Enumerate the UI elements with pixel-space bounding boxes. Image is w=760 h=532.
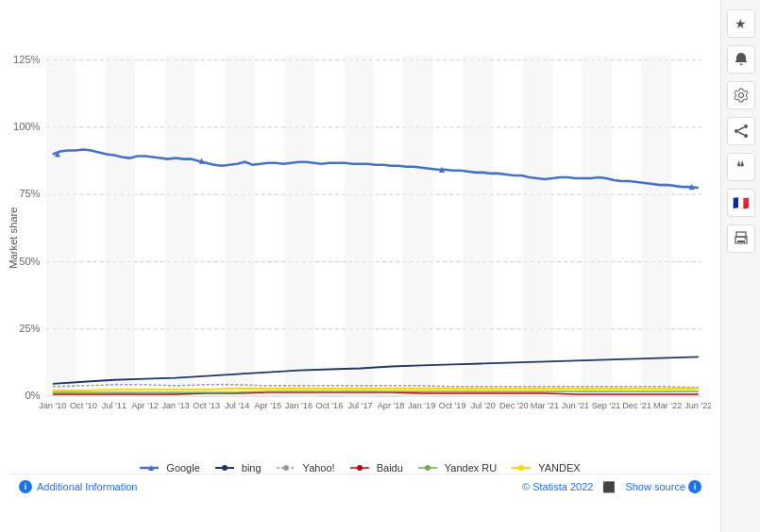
legend-yandex-label: YANDEX	[538, 462, 580, 474]
x-label-21: Jun '22	[684, 401, 711, 410]
sidebar: ★ ❝ 🇫🇷	[720, 0, 760, 532]
svg-point-21	[744, 238, 746, 240]
svg-rect-19	[736, 232, 746, 237]
svg-point-5	[222, 465, 228, 471]
y-label-100: 100%	[13, 121, 41, 132]
x-label-8: Jan '16	[285, 401, 312, 410]
svg-rect-20	[737, 241, 745, 242]
band-9	[583, 56, 613, 397]
bell-icon	[734, 52, 749, 67]
y-label-125: 125%	[13, 54, 41, 65]
bing-legend-icon	[215, 462, 238, 474]
svg-point-15	[735, 129, 738, 133]
info-icon: i	[19, 480, 32, 493]
gear-icon	[734, 88, 749, 103]
legend-baidu: Baidu	[350, 462, 403, 474]
quote-button[interactable]: ❝	[727, 153, 755, 181]
legend-google: Google	[140, 462, 199, 474]
x-label-14: Jul '20	[471, 401, 496, 410]
x-label-5: Oct '13	[193, 401, 220, 410]
x-label-3: Apr '12	[131, 401, 159, 410]
svg-point-14	[744, 125, 748, 128]
y-label-75: 75%	[19, 188, 40, 199]
x-label-15: Dec '20	[499, 401, 529, 410]
additional-info-label[interactable]: Additional Information	[37, 481, 137, 492]
x-label-13: Oct '19	[439, 401, 466, 410]
svg-line-18	[738, 132, 744, 135]
show-source-label[interactable]: Show source	[625, 481, 685, 492]
band-10	[642, 56, 672, 397]
yahoo-legend-icon	[277, 462, 299, 474]
svg-point-13	[518, 465, 524, 471]
band-0	[46, 56, 76, 397]
x-label-17: Jun '21	[562, 401, 589, 410]
band-8	[523, 56, 553, 397]
show-source-info-icon: i	[688, 480, 701, 493]
x-label-19: Dec '21	[622, 401, 651, 410]
legend-bing: bing	[215, 462, 262, 474]
gear-button[interactable]	[727, 81, 755, 109]
y-label-0: 0%	[25, 390, 40, 401]
share-button[interactable]	[727, 117, 755, 145]
legend-baidu-label: Baidu	[377, 462, 403, 474]
x-label-20: Mar '22	[653, 401, 682, 410]
x-label-0: Jan '10	[39, 401, 66, 410]
x-label-9: Oct '16	[316, 401, 344, 410]
share-icon	[734, 124, 749, 139]
x-label-7: Apr '15	[254, 401, 281, 410]
chart-area: 125% 100% 75% 50% 25% 0% Market share	[0, 0, 720, 532]
chart-svg-container: 125% 100% 75% 50% 25% 0% Market share	[9, 9, 711, 457]
x-label-1: Oct '10	[70, 401, 97, 410]
yandex-legend-icon	[512, 462, 534, 474]
legend-google-label: Google	[166, 462, 199, 474]
footer-left[interactable]: i Additional Information	[19, 480, 137, 493]
band-1	[106, 56, 136, 397]
x-label-18: Sep '21	[592, 401, 621, 410]
footer-right: © Statista 2022 ⬛ Show source i	[522, 480, 701, 493]
x-label-4: Jan '13	[161, 401, 189, 410]
yandex-ru-legend-icon	[418, 462, 441, 474]
band-7	[463, 56, 493, 397]
band-3	[225, 56, 255, 397]
y-label-50: 50%	[19, 256, 40, 267]
chart-footer: i Additional Information © Statista 2022…	[9, 474, 711, 499]
svg-point-7	[283, 465, 289, 471]
x-label-16: Mar '21	[531, 401, 559, 410]
print-icon	[734, 231, 749, 246]
x-label-11: Apr '18	[378, 401, 405, 410]
statista-copyright: © Statista 2022	[522, 481, 593, 492]
legend-bing-label: bing	[242, 462, 262, 474]
y-label-25: 25%	[19, 323, 40, 334]
band-6	[403, 56, 433, 397]
svg-line-17	[738, 127, 744, 130]
svg-point-16	[744, 134, 748, 138]
svg-point-9	[357, 465, 363, 471]
star-button[interactable]: ★	[727, 9, 755, 38]
chart-svg: 125% 100% 75% 50% 25% 0% Market share	[9, 9, 711, 457]
legend-yandex-ru-label: Yandex RU	[445, 462, 497, 474]
legend-yandex-ru: Yandex RU	[418, 462, 497, 474]
svg-point-11	[425, 465, 431, 471]
chart-legend: Google bing Yahoo!	[9, 462, 711, 474]
legend-yandex: YANDEX	[512, 462, 580, 474]
show-source-button[interactable]: Show source i	[625, 480, 701, 493]
legend-yahoo: Yahoo!	[277, 462, 335, 474]
baidu-legend-icon	[350, 462, 373, 474]
x-label-2: Jul '11	[102, 401, 127, 410]
print-button[interactable]	[727, 224, 755, 253]
flag-icon: 🇫🇷	[733, 195, 749, 210]
google-legend-icon	[140, 462, 162, 474]
legend-yahoo-label: Yahoo!	[303, 462, 335, 474]
main-container: 125% 100% 75% 50% 25% 0% Market share	[0, 0, 760, 532]
y-axis-label: Market share	[9, 207, 19, 268]
x-label-6: Jul '14	[225, 401, 249, 410]
band-5	[344, 56, 374, 397]
band-2	[165, 56, 195, 397]
bell-button[interactable]	[727, 45, 755, 74]
band-4	[284, 56, 314, 397]
x-label-12: Jan '19	[408, 401, 435, 410]
x-label-10: Jul '17	[347, 401, 372, 410]
flag-button[interactable]: 🇫🇷	[727, 189, 755, 217]
statista-logo-icon: ⬛	[602, 481, 616, 493]
